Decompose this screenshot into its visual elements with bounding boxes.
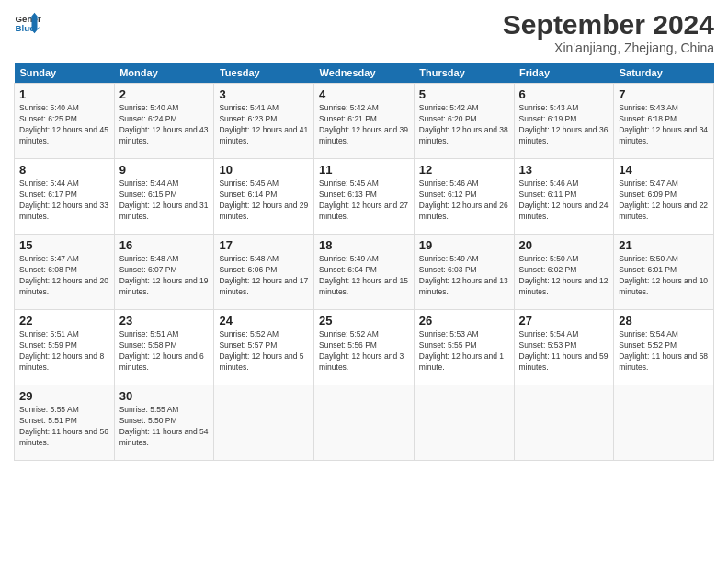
calendar-cell bbox=[614, 385, 714, 461]
day-number: 21 bbox=[619, 238, 709, 252]
header-friday: Friday bbox=[514, 63, 614, 84]
calendar-cell: 11Sunrise: 5:45 AMSunset: 6:13 PMDayligh… bbox=[314, 159, 415, 235]
calendar-cell: 7Sunrise: 5:43 AMSunset: 6:18 PMDaylight… bbox=[614, 84, 714, 159]
day-number: 5 bbox=[419, 87, 509, 101]
day-number: 13 bbox=[519, 163, 609, 177]
day-number: 9 bbox=[119, 163, 210, 177]
day-info: Sunrise: 5:44 AMSunset: 6:15 PMDaylight:… bbox=[119, 178, 210, 223]
calendar-cell: 14Sunrise: 5:47 AMSunset: 6:09 PMDayligh… bbox=[614, 159, 714, 235]
header: General Blue September 2024 Xin'anjiang,… bbox=[14, 9, 714, 55]
calendar-cell: 2Sunrise: 5:40 AMSunset: 6:24 PMDaylight… bbox=[114, 84, 214, 159]
day-info: Sunrise: 5:40 AMSunset: 6:25 PMDaylight:… bbox=[19, 103, 109, 147]
header-wednesday: Wednesday bbox=[314, 63, 415, 84]
day-number: 23 bbox=[119, 314, 210, 327]
day-info: Sunrise: 5:47 AMSunset: 6:09 PMDaylight:… bbox=[619, 178, 709, 223]
day-number: 16 bbox=[119, 238, 210, 252]
calendar-cell bbox=[314, 385, 415, 461]
day-info: Sunrise: 5:55 AMSunset: 5:51 PMDaylight:… bbox=[19, 405, 109, 449]
day-info: Sunrise: 5:52 AMSunset: 5:57 PMDaylight:… bbox=[219, 329, 309, 373]
day-number: 12 bbox=[419, 163, 509, 177]
day-number: 27 bbox=[519, 314, 609, 327]
header-monday: Monday bbox=[114, 63, 214, 84]
day-info: Sunrise: 5:54 AMSunset: 5:53 PMDaylight:… bbox=[519, 329, 609, 373]
calendar-cell: 20Sunrise: 5:50 AMSunset: 6:02 PMDayligh… bbox=[514, 235, 614, 310]
calendar-cell bbox=[214, 385, 314, 461]
day-number: 24 bbox=[219, 314, 309, 327]
day-number: 10 bbox=[219, 163, 309, 177]
day-info: Sunrise: 5:49 AMSunset: 6:03 PMDaylight:… bbox=[419, 254, 509, 298]
calendar-cell: 6Sunrise: 5:43 AMSunset: 6:19 PMDaylight… bbox=[514, 84, 614, 159]
day-info: Sunrise: 5:43 AMSunset: 6:19 PMDaylight:… bbox=[519, 103, 609, 147]
day-info: Sunrise: 5:48 AMSunset: 6:07 PMDaylight:… bbox=[119, 254, 210, 298]
header-saturday: Saturday bbox=[614, 63, 714, 84]
calendar-cell: 19Sunrise: 5:49 AMSunset: 6:03 PMDayligh… bbox=[414, 235, 514, 310]
day-number: 28 bbox=[619, 314, 709, 327]
calendar-cell: 13Sunrise: 5:46 AMSunset: 6:11 PMDayligh… bbox=[514, 159, 614, 235]
day-number: 17 bbox=[219, 238, 309, 252]
calendar-cell: 3Sunrise: 5:41 AMSunset: 6:23 PMDaylight… bbox=[214, 84, 314, 159]
svg-text:General: General bbox=[16, 14, 42, 24]
calendar-cell: 17Sunrise: 5:48 AMSunset: 6:06 PMDayligh… bbox=[214, 235, 314, 310]
day-number: 18 bbox=[319, 238, 409, 252]
logo-icon: General Blue bbox=[14, 9, 41, 37]
day-info: Sunrise: 5:42 AMSunset: 6:21 PMDaylight:… bbox=[319, 103, 409, 147]
day-number: 8 bbox=[19, 163, 109, 177]
calendar-cell: 30Sunrise: 5:55 AMSunset: 5:50 PMDayligh… bbox=[114, 385, 214, 461]
day-number: 15 bbox=[19, 238, 109, 252]
day-info: Sunrise: 5:51 AMSunset: 5:59 PMDaylight:… bbox=[19, 329, 109, 373]
calendar-cell: 18Sunrise: 5:49 AMSunset: 6:04 PMDayligh… bbox=[314, 235, 415, 310]
title-area: September 2024 Xin'anjiang, Zhejiang, Ch… bbox=[503, 9, 714, 55]
calendar-cell: 24Sunrise: 5:52 AMSunset: 5:57 PMDayligh… bbox=[214, 310, 314, 385]
calendar-cell: 9Sunrise: 5:44 AMSunset: 6:15 PMDaylight… bbox=[114, 159, 214, 235]
day-number: 2 bbox=[119, 87, 210, 101]
location-subtitle: Xin'anjiang, Zhejiang, China bbox=[503, 40, 714, 55]
calendar-cell: 21Sunrise: 5:50 AMSunset: 6:01 PMDayligh… bbox=[614, 235, 714, 310]
calendar-cell: 27Sunrise: 5:54 AMSunset: 5:53 PMDayligh… bbox=[514, 310, 614, 385]
calendar-table: Sunday Monday Tuesday Wednesday Thursday… bbox=[14, 63, 714, 461]
day-info: Sunrise: 5:46 AMSunset: 6:12 PMDaylight:… bbox=[419, 178, 509, 223]
day-info: Sunrise: 5:45 AMSunset: 6:13 PMDaylight:… bbox=[319, 178, 409, 223]
calendar-cell: 16Sunrise: 5:48 AMSunset: 6:07 PMDayligh… bbox=[114, 235, 214, 310]
day-number: 25 bbox=[319, 314, 409, 327]
calendar-cell: 12Sunrise: 5:46 AMSunset: 6:12 PMDayligh… bbox=[414, 159, 514, 235]
calendar-cell bbox=[514, 385, 614, 461]
day-info: Sunrise: 5:43 AMSunset: 6:18 PMDaylight:… bbox=[619, 103, 709, 147]
calendar-week-5: 29Sunrise: 5:55 AMSunset: 5:51 PMDayligh… bbox=[15, 385, 714, 461]
calendar-cell: 26Sunrise: 5:53 AMSunset: 5:55 PMDayligh… bbox=[414, 310, 514, 385]
calendar-week-2: 8Sunrise: 5:44 AMSunset: 6:17 PMDaylight… bbox=[15, 159, 714, 235]
logo: General Blue bbox=[14, 9, 41, 37]
calendar-cell: 29Sunrise: 5:55 AMSunset: 5:51 PMDayligh… bbox=[15, 385, 115, 461]
calendar-cell: 8Sunrise: 5:44 AMSunset: 6:17 PMDaylight… bbox=[15, 159, 115, 235]
day-info: Sunrise: 5:53 AMSunset: 5:55 PMDaylight:… bbox=[419, 329, 509, 373]
day-number: 14 bbox=[619, 163, 709, 177]
day-info: Sunrise: 5:45 AMSunset: 6:14 PMDaylight:… bbox=[219, 178, 309, 223]
day-info: Sunrise: 5:52 AMSunset: 5:56 PMDaylight:… bbox=[319, 329, 409, 373]
day-info: Sunrise: 5:41 AMSunset: 6:23 PMDaylight:… bbox=[219, 103, 309, 147]
day-number: 11 bbox=[319, 163, 409, 177]
calendar-cell: 22Sunrise: 5:51 AMSunset: 5:59 PMDayligh… bbox=[15, 310, 115, 385]
day-number: 30 bbox=[119, 389, 210, 403]
calendar-cell: 5Sunrise: 5:42 AMSunset: 6:20 PMDaylight… bbox=[414, 84, 514, 159]
calendar-cell: 25Sunrise: 5:52 AMSunset: 5:56 PMDayligh… bbox=[314, 310, 415, 385]
day-number: 1 bbox=[19, 87, 109, 101]
day-info: Sunrise: 5:48 AMSunset: 6:06 PMDaylight:… bbox=[219, 254, 309, 298]
day-number: 20 bbox=[519, 238, 609, 252]
header-row: Sunday Monday Tuesday Wednesday Thursday… bbox=[15, 63, 714, 84]
header-tuesday: Tuesday bbox=[214, 63, 314, 84]
day-number: 19 bbox=[419, 238, 509, 252]
calendar-cell: 10Sunrise: 5:45 AMSunset: 6:14 PMDayligh… bbox=[214, 159, 314, 235]
day-info: Sunrise: 5:54 AMSunset: 5:52 PMDaylight:… bbox=[619, 329, 709, 373]
day-number: 7 bbox=[619, 87, 709, 101]
calendar-cell: 23Sunrise: 5:51 AMSunset: 5:58 PMDayligh… bbox=[114, 310, 214, 385]
day-number: 6 bbox=[519, 87, 609, 101]
day-info: Sunrise: 5:55 AMSunset: 5:50 PMDaylight:… bbox=[119, 405, 210, 449]
day-number: 4 bbox=[319, 87, 409, 101]
day-number: 29 bbox=[19, 389, 109, 403]
calendar-cell: 28Sunrise: 5:54 AMSunset: 5:52 PMDayligh… bbox=[614, 310, 714, 385]
day-info: Sunrise: 5:40 AMSunset: 6:24 PMDaylight:… bbox=[119, 103, 210, 147]
day-info: Sunrise: 5:49 AMSunset: 6:04 PMDaylight:… bbox=[319, 254, 409, 298]
day-info: Sunrise: 5:47 AMSunset: 6:08 PMDaylight:… bbox=[19, 254, 109, 298]
day-info: Sunrise: 5:51 AMSunset: 5:58 PMDaylight:… bbox=[119, 329, 210, 373]
calendar-week-4: 22Sunrise: 5:51 AMSunset: 5:59 PMDayligh… bbox=[15, 310, 714, 385]
day-info: Sunrise: 5:46 AMSunset: 6:11 PMDaylight:… bbox=[519, 178, 609, 223]
